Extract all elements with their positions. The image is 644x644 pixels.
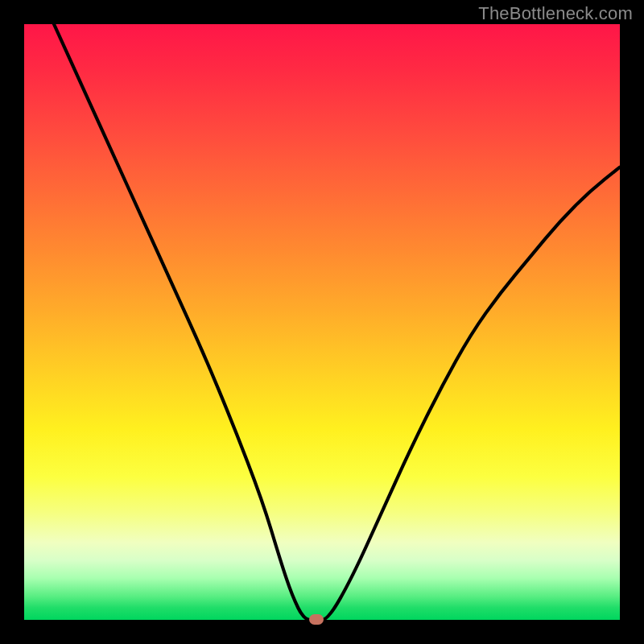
optimal-point-marker xyxy=(309,614,324,625)
chart-frame: TheBottleneck.com xyxy=(0,0,644,644)
plot-area xyxy=(24,24,620,620)
bottleneck-curve xyxy=(24,24,620,620)
watermark-text: TheBottleneck.com xyxy=(478,3,633,24)
